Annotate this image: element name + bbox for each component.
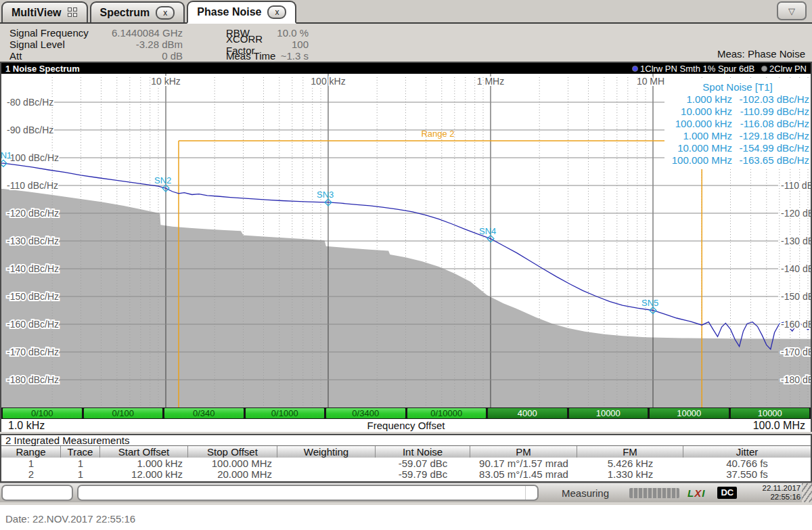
column-header: Start Offset (100, 446, 188, 458)
x-axis-footer: 1.0 kHz Frequency Offset 100.0 MHz (1, 419, 811, 432)
header-field: Meas Time~1.3 s (226, 50, 309, 62)
sweep-segment: 0/100 (3, 408, 82, 418)
column-header: Jitter (683, 446, 811, 458)
legend-item[interactable]: 2Clrw PN (761, 64, 807, 74)
svg-text:-160 dBc/Hz: -160 dBc/Hz (7, 319, 59, 330)
svg-text:-130 dBc: -130 dBc (781, 236, 811, 246)
noise-spectrum-chart[interactable]: Range 210 kHz100 kHz1 MHz10 MHz-80 dBc/H… (1, 74, 811, 407)
svg-text:-120 dBc: -120 dBc (781, 208, 811, 219)
sweep-segment-bar: 0/1000/1000/3400/10000/34000/10000400010… (1, 407, 811, 419)
multiview-grid-icon (68, 7, 78, 18)
svg-text:SN1: SN1 (1, 150, 12, 160)
table-row: 2112.000 kHz20.000 MHz-59.79 dBc83.05 m°… (1, 468, 811, 479)
column-header: PM (470, 446, 577, 458)
column-header: Weighting (277, 446, 376, 458)
sweep-segment: 10000 (569, 408, 648, 418)
spot-noise-row: 100.000 kHz-116.08 dBc/Hz (666, 118, 809, 130)
close-icon[interactable]: x (267, 5, 286, 19)
measuring-status-label: Measuring (562, 487, 609, 499)
sweep-segment: 0/1000 (246, 408, 325, 418)
column-header: Trace (61, 446, 100, 458)
svg-text:-80 dBc/Hz: -80 dBc/Hz (7, 97, 53, 108)
svg-text:-180 dBc/Hz: -180 dBc/Hz (7, 374, 59, 385)
spot-noise-row: 1.000 MHz-129.18 dBc/Hz (666, 130, 809, 142)
progress-bar (629, 488, 679, 498)
svg-text:-170 dBc: -170 dBc (781, 347, 811, 357)
column-header: FM (577, 446, 683, 458)
svg-text:SN2: SN2 (154, 175, 171, 185)
svg-text:100 kHz: 100 kHz (311, 76, 345, 87)
column-header: Stop Offset (188, 446, 277, 458)
integrated-rows: 111.000 kHz100.000 MHz-59.07 dBc90.17 m°… (1, 458, 811, 479)
svg-text:SN4: SN4 (479, 226, 496, 236)
table-row: 111.000 kHz100.000 MHz-59.07 dBc90.17 m°… (1, 458, 811, 468)
spot-noise-row: 10.000 MHz-154.99 dBc/Hz (666, 142, 809, 154)
svg-text:10 kHz: 10 kHz (151, 76, 181, 87)
sweep-segment: 0/10000 (407, 408, 487, 418)
entry-box-divider (525, 486, 537, 500)
svg-text:-150 dBc: -150 dBc (781, 291, 811, 302)
column-header: Range (1, 446, 61, 458)
spot-noise-row: 10.000 kHz-110.99 dBc/Hz (666, 106, 809, 118)
header-field: XCORR Factor100 (226, 39, 309, 50)
svg-text:-120 dBc/Hz: -120 dBc/Hz (7, 208, 59, 219)
svg-text:-90 dBc/Hz: -90 dBc/Hz (7, 125, 53, 135)
entry-display-box (77, 485, 539, 501)
svg-text:-130 dBc/Hz: -130 dBc/Hz (7, 236, 59, 246)
screenshot-date-caption: Date: 22.NOV.2017 22:55:16 (0, 505, 812, 530)
sweep-segment: 0/100 (84, 408, 163, 418)
sweep-segment: 10000 (650, 408, 729, 418)
tab-multiview-label: MultiView (12, 7, 62, 19)
spot-noise-table: Spot Noise [T1] 1.000 kHz-102.03 dBc/Hz1… (664, 79, 811, 169)
x-axis-title: Frequency Offset (1, 420, 811, 431)
range2-label: Range 2 (421, 129, 454, 139)
svg-text:-150 dBc/Hz: -150 dBc/Hz (7, 291, 59, 302)
svg-text:1 MHz: 1 MHz (477, 76, 504, 87)
tab-spectrum-label: Spectrum (100, 7, 150, 19)
svg-text:-110 dBc/Hz: -110 dBc/Hz (7, 180, 58, 191)
svg-text:-100 dBc/Hz: -100 dBc/Hz (7, 152, 59, 163)
xcorr-gain-area (1, 189, 811, 407)
legend-item[interactable]: 1Clrw PN Smth 1% Spur 6dB (632, 64, 754, 74)
header-field: Signal Level-3.28 dBm (9, 39, 183, 50)
sweep-segment: 4000 (488, 408, 567, 418)
softkey-display-box (1, 485, 73, 501)
column-header: Int Noise (376, 446, 470, 458)
integrated-measurements-window: 2 Integrated Measurements RangeTraceStar… (0, 434, 812, 483)
date-label: 22.11.2017 (742, 484, 800, 493)
svg-text:-180 dBc: -180 dBc (781, 374, 811, 385)
window-title: 1 Noise Spectrum (5, 64, 80, 74)
header-fields-mid: RBW10.0 %XCORR Factor100Meas Time~1.3 s (226, 27, 309, 62)
chevron-down-icon[interactable]: ▽ (777, 1, 807, 20)
time-label: 22:55:16 (742, 493, 800, 502)
tab-spectrum[interactable]: Spectrum x (90, 1, 185, 22)
meas-mode-label: Meas: Phase Noise (717, 48, 805, 60)
header-fields-left: Signal Frequency6.1440084 GHzSignal Leve… (9, 27, 183, 62)
status-bar: Measuring LXI DC 22.11.2017 22:55:16 (0, 483, 812, 502)
trace-dot-icon (761, 66, 767, 72)
trace-legend[interactable]: 1Clrw PN Smth 1% Spur 6dB2Clrw PN (632, 64, 807, 74)
svg-text:-140 dBc/Hz: -140 dBc/Hz (7, 263, 59, 274)
svg-text:-110 dBc: -110 dBc (781, 180, 811, 191)
noise-spectrum-titlebar: 1 Noise Spectrum 1Clrw PN Smth 1% Spur 6… (1, 63, 811, 74)
measurement-header: Signal Frequency6.1440084 GHzSignal Leve… (0, 24, 812, 62)
resize-grip-icon[interactable] (802, 483, 812, 502)
integrated-title: 2 Integrated Measurements (1, 435, 811, 446)
header-field: Signal Frequency6.1440084 GHz (9, 27, 183, 39)
svg-text:-170 dBc/Hz: -170 dBc/Hz (7, 347, 59, 357)
lxi-logo: LXI (687, 487, 705, 499)
sweep-segment: 0/340 (164, 408, 244, 418)
sweep-segment: 10000 (731, 408, 810, 418)
tab-phase-noise[interactable]: Phase Noise x (187, 1, 296, 24)
analyzer-screen: MultiView Spectrum x Phase Noise x ▽ Sig… (0, 0, 812, 505)
tab-multiview[interactable]: MultiView (1, 1, 88, 22)
svg-text:SN5: SN5 (641, 298, 658, 308)
noise-spectrum-window: 1 Noise Spectrum 1Clrw PN Smth 1% Spur 6… (0, 62, 812, 432)
close-icon[interactable]: x (156, 6, 175, 20)
integrated-header-row: RangeTraceStart OffsetStop OffsetWeighti… (1, 446, 811, 458)
sweep-segment: 0/3400 (326, 408, 405, 418)
spot-noise-row: 1.000 kHz-102.03 dBc/Hz (666, 93, 809, 106)
tab-phase-noise-label: Phase Noise (197, 6, 261, 18)
tab-bar: MultiView Spectrum x Phase Noise x ▽ (0, 0, 812, 24)
svg-text:-160 dBc: -160 dBc (781, 319, 811, 330)
